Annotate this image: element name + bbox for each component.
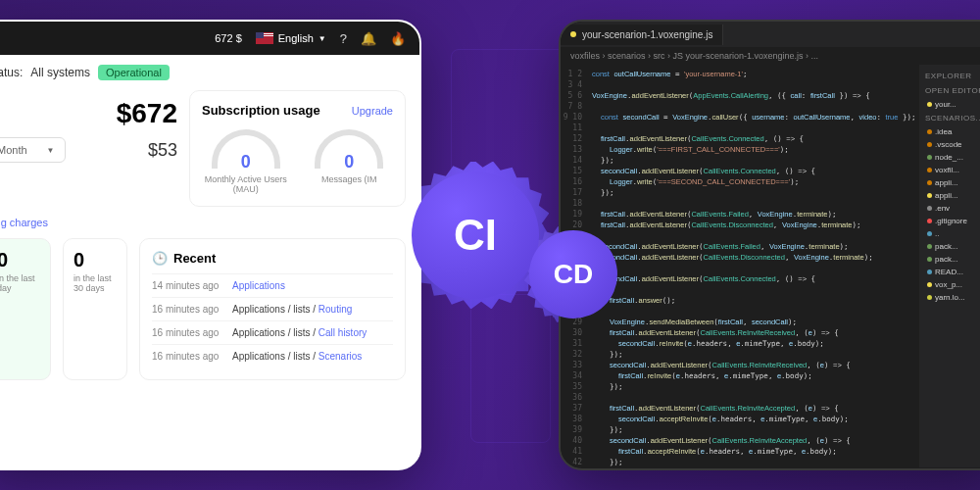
file-item[interactable]: .env: [923, 202, 980, 215]
code-editor-panel: your-scenarion-1.voxengine.js voxfiles ›…: [559, 20, 980, 470]
upgrade-link[interactable]: Upgrade: [352, 105, 393, 117]
balance-sub: $53: [148, 140, 177, 161]
file-item[interactable]: voxfil...: [923, 164, 980, 176]
status-row: Status: All systems Operational: [0, 55, 419, 90]
stat-card: 0 in the last 30 days: [63, 238, 127, 380]
chevron-down-icon: ▼: [318, 34, 326, 43]
recent-row[interactable]: 14 minutes agoApplications: [152, 273, 393, 297]
gauge-messages: 0 Messages (IM: [306, 129, 394, 194]
fire-icon[interactable]: 🔥: [390, 31, 406, 46]
open-editor-item[interactable]: your...: [923, 98, 980, 111]
file-item[interactable]: vox_p...: [923, 278, 980, 291]
help-icon[interactable]: ?: [340, 31, 347, 46]
recent-row[interactable]: 16 minutes agoApplications / lists / Cal…: [152, 320, 393, 344]
explorer-header: EXPLORER: [923, 69, 980, 83]
clock-icon: 🕒: [152, 251, 168, 266]
tab-bar: your-scenarion-1.voxengine.js: [561, 22, 980, 47]
file-item[interactable]: node_...: [923, 151, 980, 164]
balance-amount: 672 $: [215, 32, 242, 44]
dashboard-panel: 672 $ English ▼ ? 🔔 🔥 Status: All system…: [0, 20, 421, 470]
code-area[interactable]: const outCallUsername = 'your-username-1…: [588, 65, 919, 467]
subscription-card: Subscription usage Upgrade 0 Monthly Act…: [189, 90, 406, 207]
balance-big: $672: [0, 90, 177, 137]
charges-link[interactable]: ning charges: [0, 207, 419, 238]
card-title: Subscription usage: [202, 103, 320, 118]
stat-card: 0 in the last day: [0, 238, 51, 380]
language-selector[interactable]: English ▼: [256, 32, 326, 44]
file-item[interactable]: ..: [923, 227, 980, 240]
file-item[interactable]: .gitignore: [923, 215, 980, 227]
cd-badge: CD: [529, 230, 617, 318]
status-badge: Operational: [98, 65, 170, 80]
recent-row[interactable]: 16 minutes agoApplications / lists / Sce…: [152, 344, 393, 368]
file-item[interactable]: appli...: [923, 176, 980, 189]
chevron-down-icon: ▼: [47, 146, 55, 155]
file-item[interactable]: .vscode: [923, 138, 980, 151]
js-icon: [570, 31, 576, 37]
file-tab[interactable]: your-scenarion-1.voxengine.js: [561, 24, 723, 45]
file-item[interactable]: pack...: [923, 240, 980, 253]
topbar: 672 $ English ▼ ? 🔔 🔥: [0, 22, 419, 55]
flag-icon: [256, 32, 273, 44]
file-item[interactable]: yarn.lo...: [923, 291, 980, 304]
file-item[interactable]: appli...: [923, 189, 980, 202]
breadcrumb[interactable]: voxfiles › scenarios › src › JS your-sce…: [561, 47, 980, 65]
file-item[interactable]: READ...: [923, 266, 980, 278]
recent-card: 🕒Recent 14 minutes agoApplications 16 mi…: [139, 238, 406, 380]
recent-row[interactable]: 16 minutes agoApplications / lists / Rou…: [152, 297, 393, 320]
file-item[interactable]: .idea: [923, 125, 980, 138]
file-item[interactable]: pack...: [923, 253, 980, 266]
ci-badge: CI: [412, 172, 539, 299]
gauge-mau: 0 Monthly Active Users (MAU): [202, 129, 290, 194]
period-select[interactable]: Month▼: [0, 137, 66, 163]
bell-icon[interactable]: 🔔: [361, 31, 376, 46]
explorer-sidebar: EXPLORER OPEN EDITORS your... SCENARIOS.…: [919, 65, 980, 467]
